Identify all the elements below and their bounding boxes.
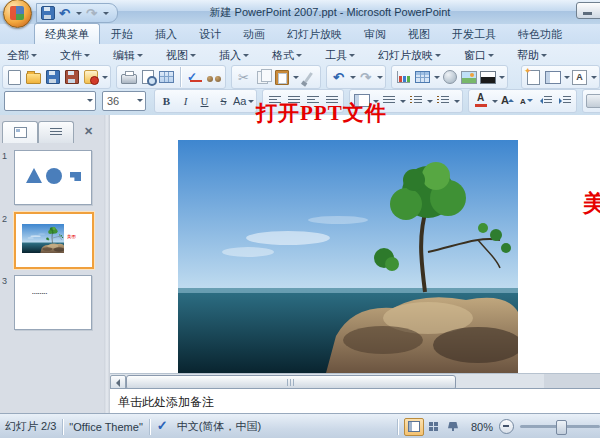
change-case-button[interactable]: Aa <box>233 91 254 110</box>
decrease-indent-button[interactable] <box>536 91 555 110</box>
menu-view[interactable]: 视图 <box>163 47 199 64</box>
menu-format[interactable]: 格式 <box>269 47 305 64</box>
font-name-dropdown[interactable] <box>87 99 93 105</box>
minimize-button[interactable] <box>576 2 600 19</box>
insert-table-button[interactable] <box>413 68 432 87</box>
menu-bar: 全部 文件 编辑 视图 插入 格式 工具 幻灯片放映 窗口 帮助 <box>4 47 550 63</box>
print-button[interactable] <box>119 68 138 87</box>
numbering-button[interactable] <box>406 91 425 110</box>
slide-layout-button[interactable] <box>543 68 562 87</box>
bold-button[interactable]: B <box>157 91 176 110</box>
slide-thumbnail-3[interactable]: ▪▪▪▪▪▪▪▪ <box>14 275 92 330</box>
thumbnail-red-text: 美图 <box>67 234 76 240</box>
insert-chart-button[interactable] <box>394 68 413 87</box>
quick-access-toolbar <box>36 3 118 23</box>
bullets-button[interactable] <box>433 91 452 110</box>
zoom-slider[interactable] <box>520 425 600 428</box>
menu-window[interactable]: 窗口 <box>461 47 497 64</box>
undo-button[interactable] <box>329 68 348 87</box>
menu-insert[interactable]: 插入 <box>216 47 252 64</box>
horizontal-scrollbar[interactable] <box>110 373 600 389</box>
permission-dropdown[interactable] <box>102 76 108 82</box>
save-as-button[interactable] <box>62 68 81 87</box>
tab-developer[interactable]: 开发工具 <box>441 23 507 44</box>
language-indicator[interactable]: 中文(简体，中国) <box>177 419 261 434</box>
new-slide-button[interactable] <box>524 68 543 87</box>
undo-dropdown[interactable] <box>76 12 82 18</box>
new-button[interactable] <box>5 68 24 87</box>
print-preview-button[interactable] <box>138 68 157 87</box>
paste-button[interactable] <box>272 68 291 87</box>
font-color-button[interactable] <box>471 91 490 110</box>
notes-pane[interactable]: 单击此处添加备注 <box>110 388 600 414</box>
save-button[interactable] <box>43 68 62 87</box>
slides-tab-icon <box>14 127 27 138</box>
tab-slideshow[interactable]: 幻灯片放映 <box>276 23 353 44</box>
tab-slides-thumbnails[interactable] <box>2 121 38 143</box>
font-dialog-dropdown[interactable] <box>591 76 597 82</box>
increase-indent-button[interactable] <box>555 91 574 110</box>
slide-sorter-button[interactable] <box>425 419 443 435</box>
save-icon[interactable] <box>41 6 55 20</box>
zoom-level[interactable]: 80% <box>471 421 493 433</box>
underline-button[interactable]: U <box>195 91 214 110</box>
font-size-dropdown[interactable] <box>137 99 143 105</box>
change-case-dropdown[interactable] <box>248 100 254 106</box>
font-name-combobox[interactable] <box>4 91 96 111</box>
tab-review[interactable]: 审阅 <box>353 23 397 44</box>
slide-thumbnail-1[interactable] <box>14 150 92 205</box>
increase-font-button[interactable] <box>498 91 517 110</box>
decrease-font-button[interactable] <box>517 91 536 110</box>
menu-help[interactable]: 帮助 <box>514 47 550 64</box>
close-panel-button[interactable]: ✕ <box>80 123 97 140</box>
menu-tools[interactable]: 工具 <box>322 47 358 64</box>
slide-thumbnail-2-selected[interactable]: 美图 <box>14 212 94 269</box>
zoom-slider-thumb[interactable] <box>556 420 567 435</box>
insert-picture-button[interactable] <box>459 68 478 87</box>
menu-file[interactable]: 文件 <box>57 47 93 64</box>
spellcheck-status-icon[interactable] <box>156 420 171 434</box>
tab-home[interactable]: 开始 <box>100 23 144 44</box>
undo-icon[interactable] <box>59 6 70 21</box>
tab-special-features[interactable]: 特色功能 <box>507 23 573 44</box>
fill-color-dropdown[interactable] <box>499 76 505 82</box>
tab-animations[interactable]: 动画 <box>232 23 276 44</box>
slide-editing-area[interactable]: 美 <box>110 115 600 373</box>
font-size-combobox[interactable]: 36 <box>102 91 146 111</box>
permission-button[interactable] <box>81 68 100 87</box>
slides-panel: ✕ 1 2 美图 3 ▪▪▪▪▪▪▪▪ <box>0 115 105 413</box>
tab-view[interactable]: 视图 <box>397 23 441 44</box>
tab-classic-menu[interactable]: 经典菜单 <box>34 23 100 44</box>
office-button[interactable] <box>3 0 32 28</box>
hyperlink-button <box>440 68 459 87</box>
bullets-dropdown[interactable] <box>454 100 460 106</box>
italic-button[interactable]: I <box>176 91 195 110</box>
cut-button <box>234 68 253 87</box>
brush-icon <box>304 72 313 83</box>
menu-edit[interactable]: 编辑 <box>110 47 146 64</box>
open-button[interactable] <box>24 68 43 87</box>
tab-insert[interactable]: 插入 <box>144 23 188 44</box>
annotation-open-ppt: 打开PPT文件 <box>256 99 387 127</box>
menu-all[interactable]: 全部 <box>4 47 40 64</box>
theme-name[interactable]: "Office Theme" <box>69 421 142 433</box>
slideshow-button[interactable] <box>444 419 462 435</box>
notes-placeholder[interactable]: 单击此处添加备注 <box>118 394 214 411</box>
shadow-button[interactable]: S <box>214 91 233 110</box>
new-slide-icon <box>527 70 540 85</box>
zoom-out-button[interactable] <box>499 419 514 434</box>
customize-qat-dropdown[interactable] <box>103 12 109 18</box>
tab-design[interactable]: 设计 <box>188 23 232 44</box>
normal-view-button[interactable] <box>404 418 424 436</box>
page-setup-button[interactable] <box>157 68 176 87</box>
slideshow-icon <box>448 422 458 431</box>
slide-red-text[interactable]: 美 <box>583 188 600 219</box>
find-button[interactable] <box>204 68 223 87</box>
status-bar: 幻灯片 2/3 "Office Theme" 中文(简体，中国) 80% <box>0 413 600 438</box>
menu-slideshow[interactable]: 幻灯片放映 <box>375 47 444 64</box>
island-photo[interactable] <box>178 140 518 373</box>
fill-color-button[interactable] <box>478 68 497 87</box>
spelling-button[interactable] <box>185 68 204 87</box>
font-dialog-button[interactable] <box>570 68 589 87</box>
tab-outline[interactable] <box>38 121 74 143</box>
